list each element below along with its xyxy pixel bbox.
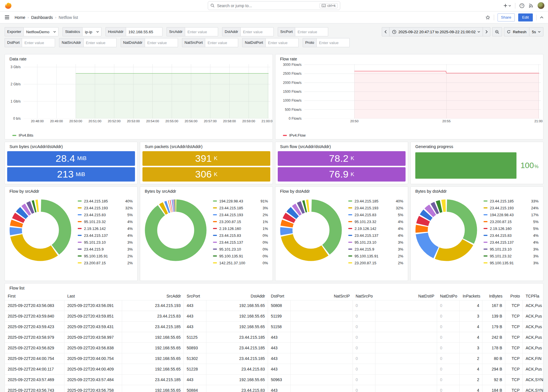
legend-item[interactable]: 142.251.37.1000% bbox=[213, 259, 268, 266]
legend-item[interactable]: 2.19.126.1424% bbox=[348, 225, 403, 232]
filter-input-natdstaddr[interactable] bbox=[145, 38, 178, 47]
legend-item[interactable]: 95.100.135.912% bbox=[348, 253, 403, 259]
legend-item[interactable]: 23.44.215.18533% bbox=[484, 198, 539, 204]
legend-item[interactable]: 95.101.23.324% bbox=[78, 218, 133, 225]
legend-item[interactable]: 23.44.215.1374% bbox=[484, 239, 539, 246]
legend-item[interactable]: 2.19.126.1601% bbox=[213, 225, 268, 232]
refresh-button[interactable]: Refresh bbox=[504, 27, 529, 36]
share-button[interactable]: Share bbox=[498, 13, 515, 21]
table-row[interactable]: 2025-09-22T20:43:56.7432025-09-22T20:43:… bbox=[5, 385, 543, 392]
news-button[interactable] bbox=[529, 3, 533, 8]
legend-item[interactable]: 194.228.98.4391% bbox=[213, 198, 268, 204]
legend-item[interactable]: 23.44.215.830% bbox=[213, 232, 268, 239]
legend-item[interactable]: 23.44.215.19332% bbox=[78, 204, 133, 211]
legend-item[interactable]: 95.101.23.103% bbox=[484, 246, 539, 253]
legend-item[interactable]: 23.44.215.835% bbox=[78, 211, 133, 218]
legend-item[interactable]: 95.100.135.912% bbox=[78, 253, 133, 259]
filter-input-dstaddr[interactable] bbox=[240, 27, 274, 36]
column-header-inbytes[interactable]: InBytes bbox=[482, 292, 505, 300]
time-range-picker[interactable]: 2025-09-22 20:47:17 to 2025-09-22 21:00:… bbox=[390, 27, 483, 36]
legend-item[interactable]: 194.228.98.4317% bbox=[484, 211, 539, 218]
legend-item[interactable]: 2.19.126.1424% bbox=[78, 225, 133, 232]
filter-select-exporter[interactable]: NetflowDemo bbox=[24, 27, 58, 36]
edit-button[interactable]: Edit bbox=[518, 13, 533, 21]
table-row[interactable]: 2025-09-22T20:43:59.4232025-09-22T20:43:… bbox=[5, 321, 543, 332]
legend-item[interactable]: 95.101.23.324% bbox=[348, 218, 403, 225]
column-header-tcpfla[interactable]: TCPFla bbox=[523, 292, 543, 300]
add-button[interactable] bbox=[503, 3, 511, 8]
legend-item[interactable]: 95.100.135.910% bbox=[213, 253, 268, 259]
time-shift-back-button[interactable] bbox=[382, 27, 390, 36]
table-row[interactable]: 2025-09-22T20:44:00.1172025-09-22T20:44:… bbox=[5, 364, 543, 374]
chart-legend[interactable]: IPv4.Flow bbox=[275, 132, 543, 139]
legend-item[interactable]: 23.44.215.93% bbox=[348, 246, 403, 253]
refresh-interval-select[interactable]: 5s bbox=[529, 27, 543, 36]
column-header-dstport[interactable]: DstPort bbox=[268, 292, 291, 300]
filter-input-natsrcport[interactable] bbox=[205, 38, 238, 47]
collapse-toolbar-button[interactable] bbox=[540, 16, 543, 19]
legend-label: 23.44.215.83 bbox=[355, 213, 398, 217]
filter-input-natsrcaddr[interactable] bbox=[83, 38, 117, 47]
search-input[interactable]: Search or jump to... ctrl+k bbox=[208, 1, 340, 10]
legend-item[interactable]: 23.200.87.151% bbox=[213, 218, 268, 225]
legend-item[interactable]: 23.200.87.152% bbox=[348, 259, 403, 266]
column-header-last[interactable]: Last bbox=[64, 292, 122, 300]
table-row[interactable]: 2025-09-22T20:43:58.9792025-09-22T20:43:… bbox=[5, 332, 543, 342]
legend-item[interactable]: 95.101.23.103% bbox=[348, 239, 403, 246]
table-row[interactable]: 2025-09-22T20:43:56.8292025-09-22T20:43:… bbox=[5, 342, 543, 353]
legend-item[interactable]: 23.44.215.835% bbox=[348, 211, 403, 218]
chart-legend[interactable]: IPv4.Bits bbox=[5, 132, 273, 139]
column-header-dstaddr[interactable]: DstAddr bbox=[206, 292, 268, 300]
legend-item[interactable]: 23.44.215.834% bbox=[484, 232, 539, 239]
breadcrumb-home[interactable]: Home bbox=[15, 15, 25, 20]
legend-item[interactable]: 23.44.215.18540% bbox=[348, 198, 403, 204]
table-row[interactable]: 2025-09-22T20:43:57.4692025-09-22T20:43:… bbox=[5, 374, 543, 385]
legend-item[interactable]: 2.19.126.1605% bbox=[484, 225, 539, 232]
column-header-natdstpo[interactable]: NatDstPo bbox=[437, 292, 460, 300]
column-header-first[interactable]: First bbox=[5, 292, 64, 300]
help-button[interactable]: ? bbox=[519, 3, 524, 8]
column-header-srcaddr[interactable]: SrcAddr bbox=[122, 292, 184, 300]
legend-item[interactable]: 23.200.87.155% bbox=[484, 218, 539, 225]
column-header-natsrcip[interactable]: NatSrcIP bbox=[291, 292, 353, 300]
table-row[interactable]: 2025-09-22T20:43:59.8402025-09-22T20:43:… bbox=[5, 311, 543, 321]
legend-item[interactable]: 23.44.215.19332% bbox=[348, 204, 403, 211]
legend-item[interactable]: 23.44.215.1374% bbox=[78, 232, 133, 239]
column-header-proto[interactable]: Proto bbox=[505, 292, 523, 300]
column-header-inpackets[interactable]: InPackets bbox=[460, 292, 482, 300]
filter-select-statistics[interactable]: ip-ip bbox=[82, 27, 101, 36]
menu-button[interactable] bbox=[5, 15, 9, 19]
zoom-out-button[interactable] bbox=[492, 27, 502, 36]
legend-item[interactable]: 23.44.215.1370% bbox=[213, 239, 268, 246]
legend-item[interactable]: 95.101.23.103% bbox=[78, 239, 133, 246]
legend-item[interactable]: 23.44.215.1853% bbox=[213, 204, 268, 211]
table-row[interactable]: 2025-09-22T20:44:00.7542025-09-22T20:44:… bbox=[5, 353, 543, 364]
legend-item[interactable]: 23.44.215.1374% bbox=[348, 232, 403, 239]
filter-input-srcport[interactable] bbox=[295, 27, 328, 36]
column-header-natdstip[interactable]: NatDstIP bbox=[375, 292, 437, 300]
legend-swatch bbox=[12, 135, 16, 136]
legend-item[interactable]: 23.200.87.152% bbox=[78, 259, 133, 266]
filter-input-dstport[interactable] bbox=[22, 38, 55, 47]
filter-input-proto[interactable] bbox=[316, 38, 350, 47]
legend-item[interactable]: 23.44.215.18540% bbox=[78, 198, 133, 204]
filter-input-srcaddr[interactable] bbox=[185, 27, 218, 36]
legend-item[interactable]: 23.44.215.19324% bbox=[484, 204, 539, 211]
time-shift-forward-button[interactable] bbox=[483, 27, 490, 36]
filter-input-hostaddr[interactable] bbox=[126, 27, 163, 36]
legend-item[interactable]: 23.44.215.93% bbox=[78, 246, 133, 253]
legend-item[interactable]: 95.101.23.323% bbox=[484, 253, 539, 259]
legend-item[interactable]: 95.101.23.100% bbox=[213, 246, 268, 253]
filter-input-natdstport[interactable] bbox=[265, 38, 299, 47]
legend-item[interactable]: 23.44.215.1932% bbox=[213, 211, 268, 218]
column-header-natsrcpo[interactable]: NatSrcPo bbox=[353, 292, 375, 300]
grafana-logo[interactable] bbox=[5, 2, 12, 9]
legend-swatch bbox=[78, 221, 82, 222]
breadcrumb-dashboards[interactable]: Dashboards bbox=[31, 15, 53, 20]
avatar[interactable] bbox=[537, 2, 545, 9]
legend-item[interactable]: 95.100.135.913% bbox=[484, 259, 539, 266]
table-row[interactable]: 2025-09-22T20:43:56.0832025-09-22T20:43:… bbox=[5, 300, 543, 311]
favorite-button[interactable] bbox=[485, 15, 490, 20]
panel-title: Sum bytes (srcAddr/dstAddr) bbox=[5, 142, 137, 149]
column-header-srcport[interactable]: SrcPort bbox=[184, 292, 206, 300]
